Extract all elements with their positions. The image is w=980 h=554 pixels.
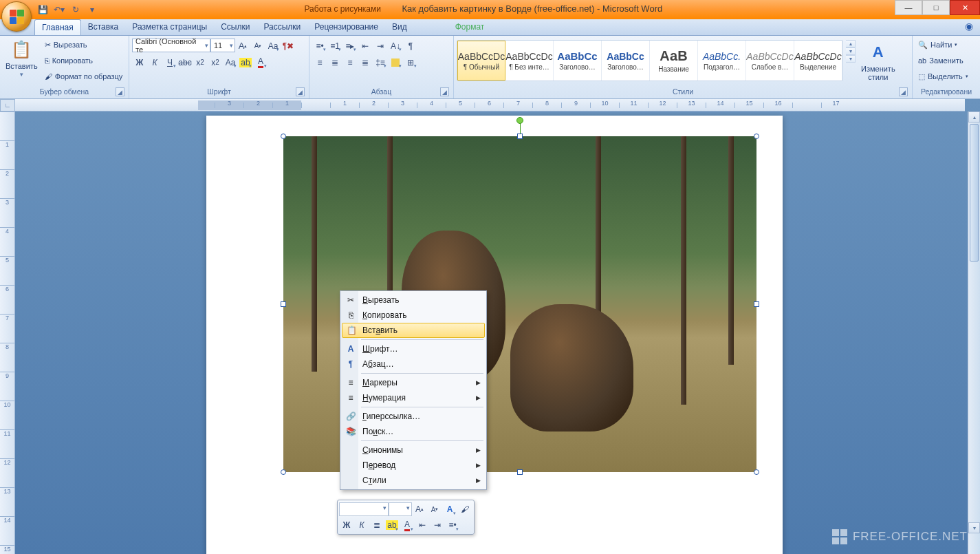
style-item[interactable]: AaBbCcDc¶ Без инте… bbox=[505, 41, 554, 81]
bold-icon[interactable]: Ж bbox=[132, 55, 147, 70]
mini-styles-icon[interactable]: A bbox=[442, 502, 457, 517]
decrease-indent-icon[interactable]: ⇤ bbox=[358, 39, 373, 53]
grow-font-icon[interactable]: A▴ bbox=[235, 39, 250, 53]
handle-n[interactable] bbox=[517, 134, 523, 139]
font-size-combo[interactable]: 11 bbox=[210, 39, 235, 52]
handle-ne[interactable] bbox=[754, 134, 759, 139]
clear-formatting-icon[interactable]: Aa bbox=[265, 39, 281, 53]
office-button[interactable] bbox=[1, 1, 32, 32]
mini-center-icon[interactable]: ≣ bbox=[369, 518, 384, 533]
ctx-synonyms[interactable]: Синонимы▶ bbox=[342, 443, 485, 458]
help-icon[interactable]: ◉ bbox=[958, 19, 980, 35]
subscript-icon[interactable]: x2 bbox=[193, 55, 208, 70]
replace-button[interactable]: abЗаменить bbox=[915, 53, 971, 68]
sort-icon[interactable]: A↓ bbox=[388, 39, 403, 53]
style-item[interactable]: AaBbCcDcСлабое в… bbox=[746, 41, 794, 81]
font-color-icon[interactable]: A bbox=[253, 55, 268, 70]
align-center-icon[interactable]: ≣ bbox=[327, 55, 342, 70]
tab-page-layout[interactable]: Разметка страницы bbox=[125, 19, 214, 35]
show-marks-icon[interactable]: ¶ bbox=[403, 39, 418, 53]
tab-insert[interactable]: Вставка bbox=[81, 19, 126, 35]
shading-icon[interactable] bbox=[388, 55, 403, 70]
vertical-ruler[interactable]: 123456789101112131415 bbox=[0, 111, 15, 554]
handle-w[interactable] bbox=[281, 301, 286, 307]
mini-font-color-icon[interactable]: A bbox=[400, 518, 415, 533]
tab-mailings[interactable]: Рассылки bbox=[257, 19, 307, 35]
gallery-more-icon[interactable]: ▾ bbox=[846, 55, 856, 63]
mini-decrease-indent-icon[interactable]: ⇤ bbox=[415, 518, 430, 533]
scroll-down-icon[interactable]: ▾ bbox=[968, 522, 980, 533]
tab-view[interactable]: Вид bbox=[385, 19, 414, 35]
ctx-numbering[interactable]: ≡Нумерация▶ bbox=[342, 390, 485, 405]
tab-references[interactable]: Ссылки bbox=[214, 19, 257, 35]
handle-nw[interactable] bbox=[281, 134, 286, 139]
increase-indent-icon[interactable]: ⇥ bbox=[373, 39, 388, 53]
ctx-hyperlink[interactable]: 🔗Гиперссылка… bbox=[342, 409, 485, 424]
borders-icon[interactable]: ⊞ bbox=[403, 55, 418, 70]
paste-button[interactable]: 📋 Вставить ▼ bbox=[3, 37, 41, 79]
style-item[interactable]: AaBbCcDc¶ Обычный bbox=[457, 41, 505, 81]
mini-italic-icon[interactable]: К bbox=[354, 518, 369, 533]
style-item[interactable]: АаВНазвание bbox=[650, 41, 698, 81]
ctx-paragraph[interactable]: ¶Абзац… bbox=[342, 356, 485, 372]
mini-bullets-icon[interactable]: ≡• bbox=[445, 518, 460, 533]
italic-icon[interactable]: К bbox=[147, 55, 162, 70]
qat-customize-icon[interactable]: ▾ bbox=[85, 3, 99, 17]
handle-se[interactable] bbox=[754, 469, 759, 475]
shrink-font-icon[interactable]: A▾ bbox=[250, 39, 265, 53]
copy-button[interactable]: ⎘Копировать bbox=[42, 53, 126, 68]
ctx-copy[interactable]: ⎘Копировать bbox=[342, 308, 485, 323]
redo-icon[interactable]: ↻ bbox=[69, 3, 83, 17]
find-button[interactable]: 🔍Найти▾ bbox=[915, 37, 971, 52]
line-spacing-icon[interactable]: ‡≡ bbox=[373, 55, 388, 70]
mini-shrink-font-icon[interactable]: A▾ bbox=[427, 502, 442, 517]
style-item[interactable]: AaBbCcЗаголово… bbox=[554, 41, 602, 81]
ctx-translate[interactable]: Перевод▶ bbox=[342, 458, 485, 473]
mini-font-name[interactable] bbox=[339, 502, 389, 516]
style-item[interactable]: AaBbCc.Подзагол… bbox=[698, 41, 746, 81]
strikethrough-icon[interactable]: abc bbox=[177, 55, 193, 70]
styles-launcher[interactable]: ◢ bbox=[899, 87, 908, 96]
justify-icon[interactable]: ≣ bbox=[358, 55, 373, 70]
handle-e[interactable] bbox=[754, 301, 759, 307]
ctx-paste[interactable]: 📋Вставить bbox=[342, 323, 485, 338]
tab-format[interactable]: Формат bbox=[448, 19, 492, 35]
styles-gallery[interactable]: AaBbCcDc¶ ОбычныйAaBbCcDc¶ Без инте…AaBb… bbox=[457, 40, 843, 81]
bullets-icon[interactable]: ≡• bbox=[312, 39, 327, 53]
vertical-scrollbar[interactable]: ▴ ▾ bbox=[968, 111, 980, 554]
numbering-icon[interactable]: ≡1 bbox=[327, 39, 342, 53]
rotation-handle[interactable] bbox=[516, 117, 523, 124]
font-name-combo[interactable]: Calibri (Основной те bbox=[132, 39, 210, 52]
minimize-button[interactable]: — bbox=[895, 0, 922, 15]
ctx-font[interactable]: AШрифт… bbox=[342, 341, 485, 356]
select-button[interactable]: ⬚Выделить▾ bbox=[915, 69, 971, 84]
align-left-icon[interactable]: ≡ bbox=[312, 55, 327, 70]
multilevel-icon[interactable]: ≡▸ bbox=[342, 39, 358, 53]
gallery-down-icon[interactable]: ▾ bbox=[846, 47, 856, 55]
align-right-icon[interactable]: ≡ bbox=[342, 55, 358, 70]
horizontal-ruler[interactable]: 3211234567891011121314151617 bbox=[15, 99, 965, 111]
maximize-button[interactable]: □ bbox=[922, 0, 950, 15]
erase-format-icon[interactable]: ¶✖ bbox=[281, 39, 296, 53]
mini-grow-font-icon[interactable]: A▴ bbox=[412, 502, 427, 517]
scroll-thumb[interactable] bbox=[970, 124, 979, 262]
cut-button[interactable]: ✂Вырезать bbox=[42, 37, 126, 52]
clipboard-launcher[interactable]: ◢ bbox=[116, 87, 124, 96]
ctx-lookup[interactable]: 📚Поиск… bbox=[342, 424, 485, 439]
ctx-cut[interactable]: ✂Вырезать bbox=[342, 292, 485, 308]
ctx-styles[interactable]: Стили▶ bbox=[342, 473, 485, 488]
ctx-bullets[interactable]: ≡Маркеры▶ bbox=[342, 375, 485, 390]
mini-format-painter-icon[interactable]: 🖌 bbox=[457, 502, 472, 517]
paragraph-launcher[interactable]: ◢ bbox=[440, 87, 449, 96]
change-styles-button[interactable]: A Изменить стили bbox=[858, 40, 898, 83]
document-page[interactable] bbox=[206, 116, 783, 554]
handle-s[interactable] bbox=[517, 469, 523, 475]
mini-increase-indent-icon[interactable]: ⇥ bbox=[430, 518, 445, 533]
ruler-corner[interactable]: ∟ bbox=[0, 99, 15, 111]
tab-review[interactable]: Рецензирование bbox=[307, 19, 385, 35]
mini-bold-icon[interactable]: Ж bbox=[339, 518, 354, 533]
mini-font-size[interactable] bbox=[389, 502, 412, 516]
change-case-icon[interactable]: Aa bbox=[223, 55, 238, 70]
underline-icon[interactable]: Ч bbox=[162, 55, 177, 70]
font-launcher[interactable]: ◢ bbox=[296, 87, 305, 96]
